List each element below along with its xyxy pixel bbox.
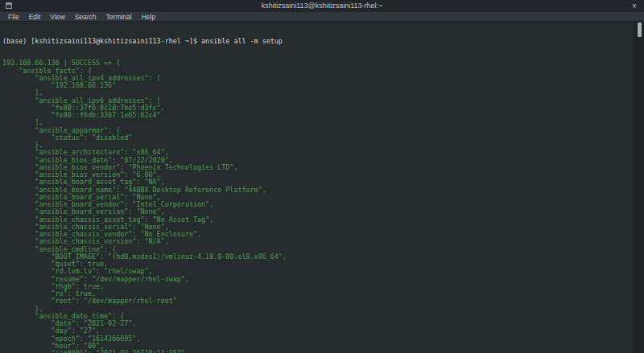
menu-item-search[interactable]: Search: [70, 12, 101, 22]
terminal-output-line: "rhgb": true,: [2, 283, 633, 290]
terminal-command-line: (base) [kshitizsaini113@kshitizsaini113-…: [2, 38, 633, 45]
terminal-viewport[interactable]: (base) [kshitizsaini113@kshitizsaini113-…: [0, 22, 644, 353]
titlebar[interactable]: kshitizsaini113@kshitizsaini113-rhel:~ ×: [0, 0, 644, 12]
menu-item-terminal[interactable]: Terminal: [101, 12, 137, 22]
terminal-app-icon: [6, 2, 12, 9]
menu-item-file[interactable]: File: [3, 12, 24, 22]
menu-item-view[interactable]: View: [45, 12, 69, 22]
close-icon[interactable]: ×: [630, 0, 639, 12]
scrollbar-track[interactable]: [634, 22, 644, 353]
window-title: kshitizsaini113@kshitizsaini113-rhel:~: [262, 0, 383, 12]
menu-item-edit[interactable]: Edit: [24, 12, 46, 22]
scrollbar-thumb[interactable]: [638, 23, 642, 37]
menu-item-help[interactable]: Help: [137, 12, 160, 22]
terminal-output-line: "status": "disabled": [2, 134, 633, 142]
terminal-window: kshitizsaini113@kshitizsaini113-rhel:~ ×…: [0, 0, 644, 353]
terminal-output-line: "192.168.66.136": [2, 82, 633, 89]
menubar: FileEditViewSearchTerminalHelp: [0, 12, 644, 22]
terminal-output-line: "root": "/dev/mapper/rhel-root": [2, 298, 633, 305]
terminal-output-line: 192.168.66.136 | SUCCESS => {: [2, 60, 633, 67]
terminal-output: (base) [kshitizsaini113@kshitizsaini113-…: [2, 23, 633, 353]
terminal-output-line: "fe80::f6db:3307:1e65:62c4": [2, 112, 633, 119]
terminal-output-line: "iso8601": "2021-02-26T19:11:35Z",: [2, 350, 633, 353]
